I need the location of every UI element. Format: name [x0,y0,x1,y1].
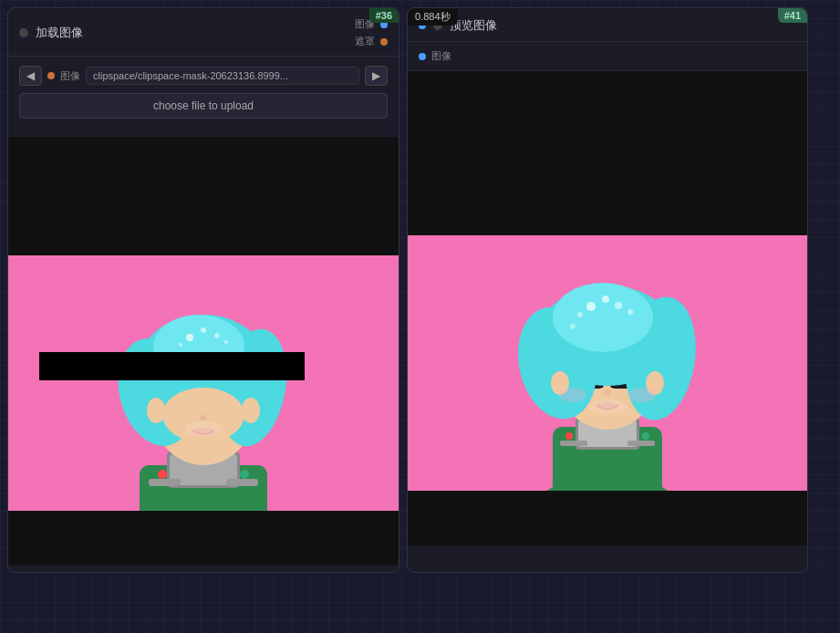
svg-point-16 [201,327,206,333]
workspace: #36 加载图像 图像 遮罩 ◀ 图像 c [0,0,840,633]
image-port-row-right: 图像 [408,42,807,71]
node-title-left: 加载图像 [36,25,83,41]
svg-point-19 [224,340,228,344]
svg-point-59 [559,388,586,402]
dark-space-bottom-left [8,511,399,566]
svg-point-58 [587,400,627,414]
svg-rect-6 [226,479,258,486]
node-status-dot-left [19,28,28,37]
anime-svg-left [8,255,399,511]
file-next-button[interactable]: ▶ [365,66,388,86]
svg-point-47 [553,283,653,352]
file-row-label: 图像 [60,69,80,83]
dark-space-left [8,137,399,255]
svg-point-54 [604,389,611,395]
file-port-icon [47,72,55,79]
dark-space-bottom-right [408,491,807,545]
svg-point-18 [179,343,182,347]
svg-point-51 [577,312,583,317]
node-header-left: 加载图像 图像 遮罩 [8,8,399,57]
image-container-left [8,255,399,511]
port-label-mask-left: 遮罩 [355,35,375,48]
svg-point-33 [565,432,573,440]
censor-bar [39,352,305,380]
node-timer: 0.884秒 [408,8,458,26]
load-image-node: #36 加载图像 图像 遮罩 ◀ 图像 c [7,7,399,573]
port-label-image-right: 图像 [431,49,451,63]
file-path-display[interactable]: clipspace/clipspace-mask-20623136.8999..… [86,67,359,85]
port-dot-image-right[interactable] [419,53,426,60]
node-body-left: ◀ 图像 clipspace/clipspace-mask-20623136.8… [8,57,399,137]
node-header-right: 预览图像 [408,8,807,42]
anime-svg-right [408,235,807,491]
svg-point-49 [602,296,609,303]
node-badge-right: #41 [778,8,807,23]
svg-rect-5 [149,479,181,486]
svg-point-52 [627,309,633,315]
node-badge-left: #36 [369,8,399,23]
svg-point-23 [147,398,165,423]
port-dot-mask-left[interactable] [380,38,388,46]
port-row-mask-left: 遮罩 [355,35,388,48]
svg-point-50 [615,302,622,309]
svg-point-17 [214,333,220,338]
svg-rect-31 [560,441,587,446]
svg-point-34 [642,432,649,440]
svg-point-53 [570,324,576,329]
svg-point-60 [628,388,656,402]
svg-point-21 [200,415,207,420]
svg-point-8 [240,470,249,479]
svg-rect-32 [627,441,655,446]
svg-point-7 [158,470,167,479]
preview-image-node: #41 0.884秒 预览图像 图像 [407,7,808,573]
dark-space-right [408,71,807,235]
svg-point-48 [586,302,596,311]
image-container-right [408,235,807,491]
svg-point-15 [186,334,193,341]
svg-point-25 [185,421,222,436]
upload-button[interactable]: choose file to upload [19,93,388,119]
file-selector-row: ◀ 图像 clipspace/clipspace-mask-20623136.8… [19,66,388,86]
file-prev-button[interactable]: ◀ [19,66,42,86]
svg-point-24 [242,398,260,423]
